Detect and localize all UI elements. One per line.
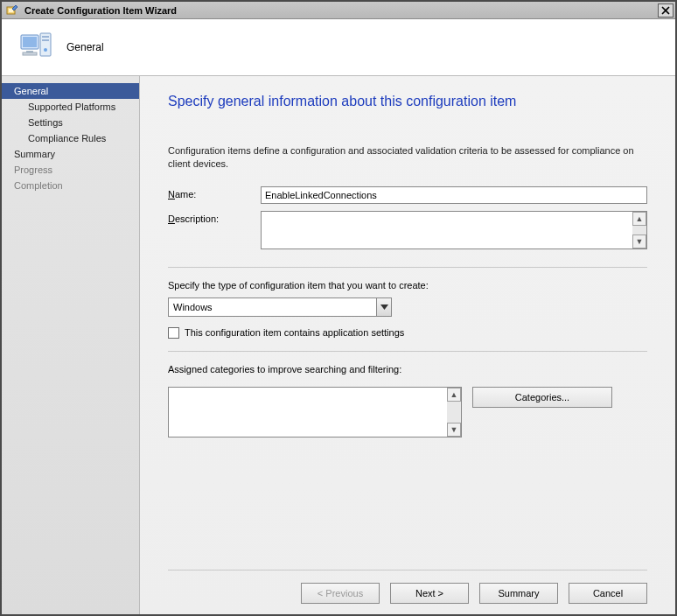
svg-rect-3: [23, 37, 37, 47]
nav-item-completion: Completion: [2, 178, 139, 193]
wizard-content: Specify general information about this c…: [140, 76, 675, 614]
nav-item-progress: Progress: [2, 162, 139, 178]
categories-area: ▲ ▼ Categories...: [168, 387, 647, 438]
description-row: Description: ▲ ▼: [168, 211, 647, 249]
scroll-down-icon[interactable]: ▼: [447, 423, 461, 437]
header-step-label: General: [66, 41, 104, 53]
svg-rect-8: [42, 39, 49, 41]
nav-item-settings[interactable]: Settings: [2, 115, 139, 130]
window-title: Create Configuration Item Wizard: [21, 5, 658, 16]
page-intro-text: Configuration items define a configurati…: [168, 144, 647, 171]
next-button[interactable]: Next >: [390, 583, 469, 604]
categories-scrollbar[interactable]: ▲ ▼: [447, 388, 461, 437]
close-button[interactable]: [658, 4, 674, 18]
summary-button[interactable]: Summary: [479, 583, 558, 604]
description-label: Description:: [168, 211, 261, 224]
close-icon: [661, 6, 670, 15]
computer-icon: [17, 28, 56, 66]
nav-item-general[interactable]: General: [2, 83, 139, 99]
type-section-label: Specify the type of configuration item t…: [168, 280, 647, 290]
wizard-nav-sidebar: GeneralSupported PlatformsSettingsCompli…: [2, 76, 140, 614]
description-input[interactable]: [262, 212, 632, 248]
categories-button[interactable]: Categories...: [472, 387, 612, 408]
wizard-header: General: [2, 19, 675, 76]
categories-section-label: Assigned categories to improve searching…: [168, 364, 647, 374]
scroll-up-icon[interactable]: ▲: [632, 212, 646, 226]
nav-item-summary[interactable]: Summary: [2, 146, 139, 162]
name-label: Name:: [168, 186, 261, 200]
chevron-down-icon: [376, 298, 391, 316]
title-bar: Create Configuration Item Wizard: [2, 2, 675, 19]
svg-rect-5: [23, 52, 37, 55]
previous-button: < Previous: [301, 583, 380, 604]
scroll-up-icon[interactable]: ▲: [447, 388, 461, 402]
svg-point-9: [44, 48, 47, 52]
page-title: Specify general information about this c…: [168, 94, 647, 109]
separator: [168, 351, 647, 352]
name-input[interactable]: [261, 186, 647, 204]
cancel-button[interactable]: Cancel: [569, 583, 647, 604]
svg-rect-7: [42, 36, 49, 38]
scroll-down-icon[interactable]: ▼: [632, 234, 646, 248]
name-row: Name:: [168, 186, 647, 204]
app-settings-check-row: This configuration item contains applica…: [168, 327, 647, 339]
app-settings-checkbox-label: This configuration item contains applica…: [185, 327, 404, 338]
wizard-body: GeneralSupported PlatformsSettingsCompli…: [2, 76, 675, 614]
categories-listbox[interactable]: ▲ ▼: [168, 387, 462, 438]
description-input-wrap: ▲ ▼: [261, 211, 647, 249]
nav-item-compliance-rules[interactable]: Compliance Rules: [2, 130, 139, 146]
description-scrollbar[interactable]: ▲ ▼: [632, 212, 646, 248]
type-combobox-value: Windows: [173, 302, 213, 312]
type-combobox[interactable]: Windows: [168, 298, 392, 317]
wizard-footer: < Previous Next > Summary Cancel: [168, 570, 647, 604]
separator: [168, 267, 647, 268]
app-settings-checkbox[interactable]: [168, 327, 179, 339]
wizard-icon: [5, 4, 19, 18]
nav-item-supported-platforms[interactable]: Supported Platforms: [2, 99, 139, 115]
